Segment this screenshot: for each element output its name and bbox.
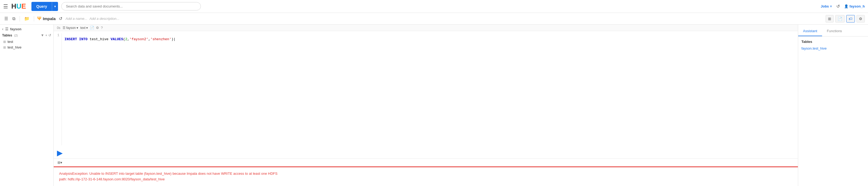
tab-assistant[interactable]: Assistant <box>798 26 822 36</box>
bottom-icon-btn[interactable]: ⊞▾ <box>56 160 64 165</box>
db-chevron: ▾ <box>76 26 78 30</box>
refresh-icon[interactable]: ↺ <box>48 33 51 37</box>
editor-content: 1 INSERT INTO test_hive VALUES(2,'fayson… <box>54 31 798 166</box>
logo-h: H <box>11 2 17 10</box>
meta-type[interactable]: text ▾ <box>80 26 88 30</box>
db-stack-icon: ☰ <box>63 26 65 30</box>
db-icon: ☰ <box>5 27 9 31</box>
code-lines[interactable]: INSERT INTO test_hive VALUES(2,'fayson2'… <box>62 33 798 145</box>
user-icon: 👤 <box>844 4 848 8</box>
impala-label: Ψ Impala <box>37 16 56 22</box>
impala-text: Impala <box>43 16 56 21</box>
stack-icon-btn[interactable]: ☰ <box>3 15 9 22</box>
top-nav: ☰ H U E Query ▾ Jobs ≡ ↺ 👤 fayson_h <box>0 0 868 13</box>
error-panel: AnalysisException: Unable to INSERT into… <box>54 166 798 186</box>
db-name: fayson <box>10 27 22 31</box>
jobs-link[interactable]: Jobs ≡ <box>821 4 832 8</box>
folder-icon-btn[interactable]: 📁 <box>23 15 31 22</box>
second-toolbar: ☰ ⧉ 📁 Ψ Impala ↺ Add a name... Add a des… <box>0 13 868 25</box>
search-input[interactable] <box>61 2 201 10</box>
table-icon: ⊞ <box>3 40 6 44</box>
main-layout: ‹ ☰ fayson Tables (2) ▼ + ↺ ⊞ test ⊞ tes… <box>0 25 868 186</box>
error-line2: path: hdfs://ip-172-31-6-148.fayson.com:… <box>59 177 793 182</box>
tables-count: (2) <box>14 34 18 37</box>
tables-actions: ▼ + ↺ <box>41 33 51 37</box>
query-button[interactable]: Query <box>31 2 52 11</box>
table-name-test: test <box>7 40 13 44</box>
add-description[interactable]: Add a description... <box>89 16 119 21</box>
grid-btn[interactable]: ⊞ <box>826 15 834 23</box>
toolbar-right: ⊞ 📄 🏷 ⚙ <box>826 15 865 23</box>
rpanel-table-item[interactable]: fayson.test_hive <box>801 46 865 51</box>
error-text: AnalysisException: Unable to INSERT into… <box>59 171 793 182</box>
run-button[interactable]: ▶ <box>55 147 798 158</box>
tab-functions[interactable]: Functions <box>822 26 847 36</box>
query-btn-group: Query ▾ <box>31 2 58 11</box>
query-dropdown-button[interactable]: ▾ <box>52 2 58 11</box>
file-meta-icon[interactable]: 📄 <box>90 26 94 30</box>
right-panel: Assistant Functions Tables fayson.test_h… <box>798 25 868 186</box>
tables-label-group: Tables (2) <box>2 33 18 37</box>
meta-icons: 📄 ⚙ ? <box>90 26 102 30</box>
nav-right: Jobs ≡ ↺ 👤 fayson_h <box>821 4 865 9</box>
sidebar-back-btn[interactable]: ‹ <box>2 27 3 31</box>
tables-label: Tables <box>2 34 12 37</box>
type-chevron: ▾ <box>86 26 88 30</box>
tables-header: Tables (2) ▼ + ↺ <box>2 33 51 37</box>
copy-icon-btn[interactable]: ⧉ <box>11 15 17 22</box>
line-numbers: 1 <box>54 33 62 145</box>
hamburger-icon[interactable]: ☰ <box>3 3 8 10</box>
error-line1: AnalysisException: Unable to INSERT into… <box>59 171 793 177</box>
gear-btn[interactable]: ⚙ <box>857 15 865 23</box>
logo: H U E <box>11 2 26 10</box>
bottom-action-bar: ⊞▾ <box>54 158 798 166</box>
add-table-icon[interactable]: + <box>45 33 47 37</box>
undo-btn[interactable]: ↺ <box>58 15 63 22</box>
left-sidebar: ‹ ☰ fayson Tables (2) ▼ + ↺ ⊞ test ⊞ tes… <box>0 25 54 186</box>
logo-u: U <box>17 2 22 10</box>
tag-btn[interactable]: 🏷 <box>846 15 855 23</box>
table-icon2: ⊞ <box>3 45 6 49</box>
table-item-test[interactable]: ⊞ test <box>2 39 51 44</box>
right-panel-tabs: Assistant Functions <box>798 25 868 36</box>
table-item-test-hive[interactable]: ⊞ test_hive <box>2 44 51 50</box>
meta-db[interactable]: ☰ fayson ▾ <box>63 26 78 30</box>
code-area[interactable]: 1 INSERT INTO test_hive VALUES(2,'fayson… <box>54 31 798 147</box>
sidebar-header: ‹ ☰ fayson <box>2 27 51 31</box>
divider <box>20 16 20 22</box>
table-name-test-hive: test_hive <box>7 45 22 49</box>
toolbar-left: ☰ ⧉ 📁 Ψ Impala ↺ Add a name... Add a des… <box>3 15 119 22</box>
file-btn[interactable]: 📄 <box>835 15 845 23</box>
tables-section-title: Tables <box>801 40 865 44</box>
history-icon[interactable]: ↺ <box>836 4 840 9</box>
search-bar <box>61 2 201 10</box>
impala-icon: Ψ <box>37 16 41 22</box>
user-menu[interactable]: 👤 fayson_h <box>844 4 865 8</box>
logo-e: E <box>22 2 26 10</box>
editor-meta-bar: 0s ☰ fayson ▾ text ▾ 📄 ⚙ ? <box>54 25 798 31</box>
meta-time: 0s <box>57 26 60 30</box>
add-name[interactable]: Add a name... <box>65 16 87 21</box>
filter-icon[interactable]: ▼ <box>41 33 44 37</box>
settings-meta-icon[interactable]: ⚙ <box>96 26 99 30</box>
divider2 <box>34 16 34 22</box>
right-panel-content: Tables fayson.test_hive <box>798 36 868 54</box>
help-meta-icon[interactable]: ? <box>101 26 102 30</box>
editor-area: 0s ☰ fayson ▾ text ▾ 📄 ⚙ ? 1 INSE <box>54 25 798 186</box>
